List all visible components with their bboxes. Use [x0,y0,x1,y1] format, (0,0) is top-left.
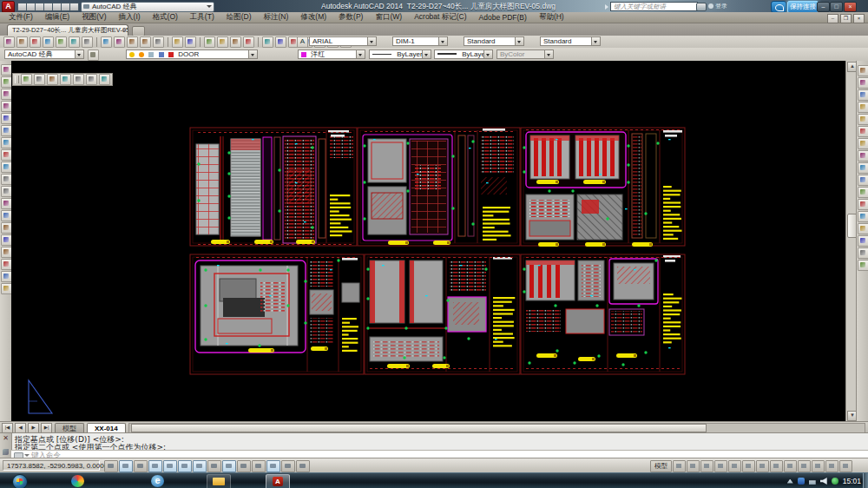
properties-icon[interactable] [262,36,273,48]
mdi-close-button[interactable]: × [853,14,865,23]
layout-tab[interactable]: XX-014 [87,423,126,433]
zoom-window-icon[interactable] [230,36,241,48]
rotate-icon[interactable] [858,138,868,149]
layer-combo[interactable]: DOOR [126,49,258,59]
tray-network-icon[interactable] [809,478,816,485]
model-space-button[interactable]: 模型 [650,460,672,472]
mleader-style-combo[interactable]: Standard [540,36,601,46]
workspaces-combo[interactable]: AutoCAD 经典 [4,49,84,59]
autodesk-360-icon[interactable] [771,1,786,13]
command-window[interactable]: ✕ 指定基点或 [位移(D)] <位移>: 指定第二个点或 <使用第一个点作为位… [0,432,868,458]
status-toggle-ducs[interactable] [207,460,221,472]
drawing-viewport[interactable] [11,61,845,421]
designcenter-icon[interactable] [275,36,286,48]
offset-icon[interactable] [858,102,868,113]
visual-style-icon[interactable] [86,74,97,85]
fillet-icon[interactable] [858,247,868,259]
array-icon[interactable] [858,114,868,125]
camera-icon[interactable] [99,74,110,85]
recent-commands-arrow-icon[interactable] [24,454,30,457]
menu-item-3[interactable]: 插入(I) [119,12,141,23]
extend-icon[interactable] [858,187,868,198]
layer-on-bulb-icon[interactable] [129,52,135,57]
coordinates-readout[interactable]: 17573.8582, -5290.5983, 0.0000 [3,460,100,471]
publish-icon[interactable] [69,36,80,48]
maximize-button[interactable]: □ [830,2,843,12]
toolbar-grip[interactable] [15,76,19,83]
prev-tab-icon[interactable]: ◀ [15,423,26,433]
status-toggle-transparency[interactable] [252,460,266,472]
zoom-realtime-icon[interactable] [217,36,228,48]
annotation-scale-icon[interactable] [756,460,769,472]
save-icon[interactable] [30,36,41,48]
table-style-combo[interactable]: Standard [464,36,524,46]
minimize-button[interactable]: – [817,2,830,12]
menu-item-6[interactable]: 绘图(D) [227,12,252,23]
paste-icon[interactable] [127,36,138,48]
menu-item-4[interactable]: 格式(O) [153,12,178,23]
workspace-switching-icon[interactable] [798,460,811,472]
status-toggle-snap[interactable] [104,460,118,472]
tab-close-icon[interactable]: × [122,27,126,34]
status-toggle-ortho[interactable] [134,460,148,472]
copy-icon[interactable] [114,36,125,48]
explode-icon[interactable] [858,260,868,271]
undo-icon[interactable] [172,36,183,48]
close-button[interactable]: × [844,2,857,12]
linetype-combo[interactable]: ByLayer [369,49,431,59]
status-toggle-dyn[interactable] [222,460,236,472]
plot-icon[interactable] [43,36,54,48]
status-toggle-polar[interactable] [148,460,162,472]
steering-wheel-icon[interactable] [728,460,741,472]
break-at-point-icon[interactable] [858,199,868,210]
break-icon[interactable] [858,211,868,222]
join-icon[interactable] [858,223,868,234]
text-style-combo[interactable]: ARIAL [309,36,377,46]
scrollbar-thumb[interactable] [131,424,707,432]
signin-button[interactable]: 登录 [708,3,731,10]
render-icon[interactable] [73,74,84,85]
workspace-settings-icon[interactable] [88,49,99,61]
zoom-previous-icon[interactable] [243,36,254,48]
menu-item-7[interactable]: 标注(N) [264,12,289,23]
combo-arrow-icon[interactable] [483,50,492,58]
layer-freeze-sun-icon[interactable] [139,52,144,57]
status-toggle-osnap[interactable] [163,460,177,472]
menu-item-8[interactable]: 修改(M) [300,12,326,23]
combo-arrow-icon[interactable] [367,37,376,45]
redo-icon[interactable] [185,36,196,48]
layer-lock-icon[interactable] [148,52,154,57]
internet-explorer-icon[interactable]: e [151,475,164,487]
tray-expand-icon[interactable] [787,479,793,484]
browser-360-icon[interactable] [71,475,84,487]
search-category-arrow-icon[interactable] [605,4,608,10]
autocad-task[interactable]: A [266,474,290,488]
zoom-icon[interactable] [714,460,727,472]
menu-item-9[interactable]: 参数(P) [339,12,363,23]
annotation-visibility-icon[interactable] [770,460,783,472]
show-motion-icon[interactable] [742,460,755,472]
block-editor-icon[interactable] [153,36,164,48]
taskbar-clock[interactable]: 15:01 [843,477,861,485]
menu-item-5[interactable]: 工具(T) [190,12,214,23]
qat-redo-icon[interactable] [69,3,79,11]
move-icon[interactable] [858,126,868,137]
combo-arrow-icon[interactable] [356,50,365,58]
erase-icon[interactable] [858,65,868,76]
first-tab-icon[interactable]: |◀ [2,423,13,433]
3dprint-icon[interactable] [82,36,93,48]
pan-icon[interactable] [700,460,713,472]
search-binoculars-icon[interactable] [696,3,707,11]
stretch-icon[interactable] [858,162,868,174]
stay-connected-button[interactable]: 保持连接 [787,1,819,13]
free-orbit-icon[interactable] [47,74,58,85]
mirror-icon[interactable] [858,89,868,101]
plot-preview-icon[interactable] [56,36,67,48]
toolbar-lock-icon[interactable] [812,460,825,472]
menu-item-11[interactable]: Acrobat 标记(C) [414,12,466,23]
infocenter-search-input[interactable]: 键入关键字或短语 [610,2,698,11]
tray-a360-icon[interactable] [798,478,805,485]
combo-arrow-icon[interactable] [438,37,447,45]
match-properties-icon[interactable] [140,36,151,48]
trim-icon[interactable] [858,175,868,186]
